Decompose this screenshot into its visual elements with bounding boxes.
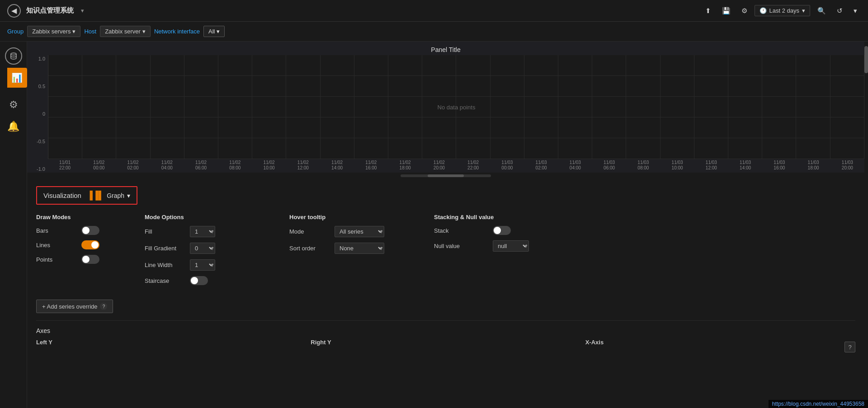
back-button[interactable]: ◀ — [7, 4, 21, 18]
add-series-label: + Add series override — [42, 303, 97, 310]
visualization-header: Visualization ▐▐▌ Graph ▾ — [36, 186, 137, 205]
fill-select[interactable]: 120 — [190, 226, 215, 237]
refresh-button[interactable]: ↺ — [833, 5, 846, 17]
app-title-arrow: ▾ — [81, 7, 84, 14]
settings-button[interactable]: ⚙ — [738, 5, 751, 17]
x-label-6: 11/0210:00 — [252, 160, 286, 171]
null-value-row: Null value nullconnectednull as zero ▾ — [434, 240, 855, 252]
time-range-button[interactable]: 🕐 Last 2 days ▾ — [755, 5, 811, 16]
fill-gradient-select[interactable]: 012 — [190, 243, 215, 254]
x-label-17: 11/0308:00 — [626, 160, 660, 171]
line-width-select[interactable]: 123 — [190, 259, 215, 271]
app-title[interactable]: 知识点管理系统 — [26, 6, 74, 15]
sidebar-item-gear[interactable]: ⚙ — [4, 95, 24, 115]
chart-body: No data points — [48, 55, 864, 159]
refresh-dropdown-button[interactable]: ▾ — [850, 5, 861, 17]
save-button[interactable]: 💾 — [718, 5, 734, 17]
url-bar: https://blog.csdn.net/weixin_44953658 — [769, 400, 868, 408]
lines-toggle-thumb — [91, 241, 99, 249]
lines-toggle[interactable] — [81, 240, 99, 249]
hover-tooltip-title: Hover tooltip — [289, 214, 416, 220]
all-dropdown[interactable]: All ▾ — [203, 26, 225, 37]
svg-point-0 — [11, 53, 16, 55]
x-label-5: 11/0208:00 — [218, 160, 252, 171]
fill-gradient-row: Fill Gradient 012 ▾ — [145, 243, 271, 254]
x-label-9: 11/0216:00 — [354, 160, 388, 171]
fill-option-row: Fill 120 ▾ — [145, 226, 271, 237]
null-value-select[interactable]: nullconnectednull as zero — [493, 240, 529, 252]
x-label-21: 11/0316:00 — [762, 160, 796, 171]
stack-label: Stack — [434, 227, 488, 234]
gear-icon: ⚙ — [9, 99, 18, 111]
share-button[interactable]: ⬆ — [702, 5, 715, 17]
group-dropdown-arrow: ▾ — [72, 28, 75, 35]
x-label-7: 11/0212:00 — [286, 160, 320, 171]
add-series-button[interactable]: + Add series override ? — [36, 300, 113, 313]
host-dropdown[interactable]: Zabbix server ▾ — [100, 26, 151, 37]
sort-order-row: Sort order NoneAscendingDescending ▾ — [289, 243, 416, 254]
content-area: Panel Title 1.0 0.5 0 -0.5 -1.0 — [27, 42, 864, 408]
points-toggle[interactable] — [81, 255, 99, 264]
y-label-1: 1.0 — [38, 56, 45, 61]
axes-section: Axes Left Y Right Y X-Axis — [36, 320, 855, 346]
x-label-13: 11/0300:00 — [490, 160, 524, 171]
x-label-14: 11/0302:00 — [524, 160, 558, 171]
viz-type-label: Graph — [107, 192, 124, 199]
mode-select[interactable]: All seriesSingle — [335, 226, 384, 237]
scrollbar-right-thumb — [864, 46, 868, 73]
host-label[interactable]: Host — [84, 28, 96, 35]
search-button[interactable]: 🔍 — [814, 5, 830, 17]
clock-icon: 🕐 — [760, 7, 767, 14]
sort-order-select[interactable]: NoneAscendingDescending — [335, 243, 384, 254]
bars-toggle[interactable] — [81, 226, 99, 235]
mode-option-row: Mode All seriesSingle ▾ — [289, 226, 416, 237]
time-range-label: Last 2 days — [769, 7, 800, 14]
x-label-8: 11/0214:00 — [320, 160, 354, 171]
stack-toggle-thumb — [494, 227, 501, 234]
scrollbar-track[interactable] — [401, 174, 491, 177]
sidebar-item-database[interactable] — [4, 46, 24, 66]
x-label-3: 11/0204:00 — [150, 160, 184, 171]
help-button[interactable]: ? — [844, 342, 855, 352]
x-label-22: 11/0318:00 — [797, 160, 830, 171]
stack-toggle[interactable] — [493, 226, 511, 235]
x-label-11: 11/0220:00 — [422, 160, 456, 171]
x-axis: 11/0122:0011/0200:0011/0202:0011/0204:00… — [48, 159, 864, 173]
viz-type-arrow: ▾ — [127, 192, 130, 199]
sidebar-item-chart[interactable]: 📊 — [7, 68, 27, 88]
lines-label: Lines — [36, 242, 77, 249]
bars-toggle-thumb — [82, 227, 90, 234]
staircase-toggle-thumb — [191, 277, 198, 284]
points-option-row: Points — [36, 255, 127, 264]
group-dropdown[interactable]: Zabbix servers ▾ — [27, 26, 80, 37]
lines-option-row: Lines — [36, 240, 127, 249]
x-axis-label: X-Axis — [585, 339, 855, 346]
database-icon — [5, 47, 22, 65]
add-series-help: ? — [100, 303, 107, 310]
stacking-null-title: Stacking & Null value — [434, 214, 855, 220]
chart-area: Panel Title 1.0 0.5 0 -0.5 -1.0 — [27, 42, 864, 179]
chart-title: Panel Title — [27, 42, 864, 55]
y-axis: 1.0 0.5 0 -0.5 -1.0 — [27, 55, 48, 173]
x-label-20: 11/0314:00 — [728, 160, 762, 171]
host-value: Zabbix server — [105, 28, 141, 35]
staircase-toggle[interactable] — [190, 276, 208, 285]
mode-label: Mode — [289, 228, 330, 235]
staircase-row: Staircase — [145, 276, 271, 285]
visualization-label: Visualization — [43, 192, 81, 199]
right-scrollbar[interactable] — [864, 42, 868, 408]
no-data-label: No data points — [438, 104, 476, 111]
chart-scrollbar[interactable] — [27, 173, 864, 179]
all-value: All — [208, 28, 215, 35]
x-label-18: 11/0310:00 — [660, 160, 694, 171]
sidebar-item-bell[interactable]: 🔔 — [4, 117, 24, 136]
y-label-4: -0.5 — [37, 139, 45, 144]
x-label-16: 11/0306:00 — [592, 160, 626, 171]
viz-type-button[interactable]: ▐▐▌ Graph ▾ — [87, 191, 130, 200]
group-label[interactable]: Group — [7, 28, 24, 35]
null-value-label: Null value — [434, 243, 488, 249]
all-dropdown-arrow: ▾ — [217, 28, 220, 35]
x-label-12: 11/0222:00 — [456, 160, 490, 171]
fill-gradient-label: Fill Gradient — [145, 245, 185, 252]
line-width-label: Line Width — [145, 262, 185, 268]
